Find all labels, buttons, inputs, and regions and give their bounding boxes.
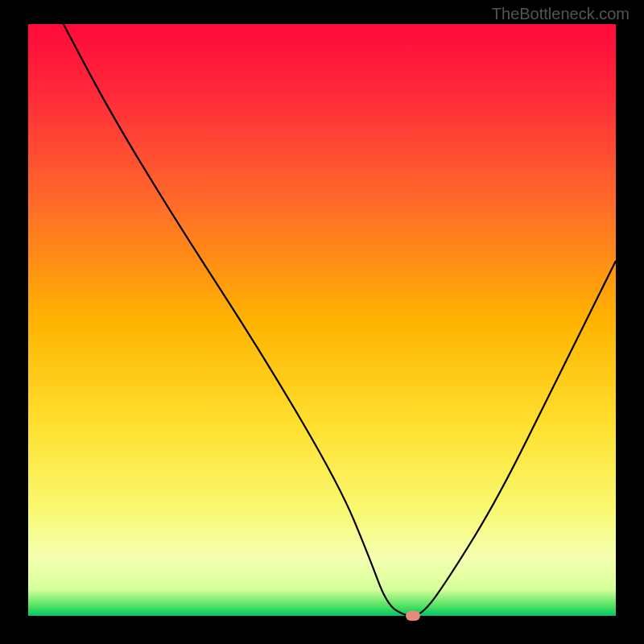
- plot-area: [28, 24, 616, 616]
- watermark-text: TheBottleneck.com: [492, 5, 630, 23]
- bottleneck-curve: [28, 24, 616, 616]
- chart-container: TheBottleneck.com: [0, 0, 644, 644]
- optimal-marker: [406, 611, 420, 621]
